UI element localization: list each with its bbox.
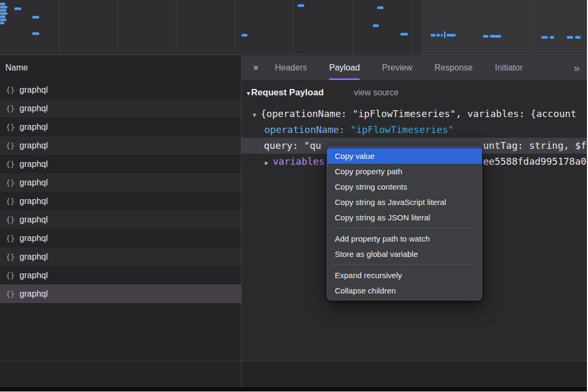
menu-item-copy-string-as-json-literal[interactable]: Copy string as JSON literal (327, 210, 482, 225)
network-request-row[interactable]: {}graphql (0, 247, 241, 266)
request-timing-bar (431, 34, 435, 37)
network-request-row[interactable]: {}graphql (0, 284, 241, 303)
detail-tab-list: HeadersPayloadPreviewResponseInitiator (264, 56, 534, 80)
menu-separator (333, 264, 476, 265)
property-key: variables (273, 156, 325, 167)
network-request-row[interactable]: {}graphql (0, 81, 241, 99)
network-request-row[interactable]: {}graphql (0, 210, 241, 229)
menu-item-add-property-path-to-watch[interactable]: Add property path to watch (327, 231, 482, 246)
more-tabs-icon[interactable]: » (574, 62, 578, 74)
tab-headers[interactable]: Headers (264, 56, 318, 80)
request-timing-bar (377, 6, 384, 9)
request-timing-bar (0, 9, 6, 12)
request-timing-bar (436, 34, 440, 37)
timeline-gridline (118, 0, 118, 55)
timeline-gridline (352, 0, 353, 55)
request-timing-bar (298, 4, 304, 7)
tree-row-root[interactable]: ▼{operationName: "ipFlowTimeseries", var… (242, 106, 587, 122)
request-name: graphql (20, 159, 48, 169)
request-timing-bar (444, 31, 446, 38)
request-timing-bar (575, 36, 581, 39)
property-value: "ipFlowTimeseries" (351, 124, 454, 135)
json-braces-icon: {} (6, 271, 15, 280)
menu-item-expand-recursively[interactable]: Expand recursively (327, 268, 482, 283)
view-source-link[interactable]: view source (354, 88, 398, 97)
devtools-network-panel: Name × HeadersPayloadPreviewResponseInit… (0, 0, 587, 391)
section-title: Request Payload (251, 87, 324, 98)
request-timing-bar (0, 3, 5, 5)
menu-item-store-as-global-variable[interactable]: Store as global variable (327, 246, 482, 262)
request-timing-bar (14, 7, 21, 10)
request-timing-bar (32, 16, 39, 19)
network-request-row[interactable]: {}graphql (0, 155, 241, 173)
property-key: query: "qu (264, 140, 321, 151)
request-timing-bar (373, 24, 379, 27)
network-request-row[interactable]: {}graphql (0, 118, 241, 136)
timeline-gridline (528, 0, 529, 55)
request-timing-bar (32, 32, 39, 35)
menu-item-copy-string-contents[interactable]: Copy string contents (327, 179, 482, 194)
json-braces-icon: {} (6, 123, 15, 131)
tab-payload[interactable]: Payload (318, 56, 371, 80)
json-braces-icon: {} (6, 86, 15, 94)
column-header-name[interactable]: Name (0, 56, 241, 80)
network-request-row[interactable]: {}graphql (0, 173, 241, 192)
request-timing-bar (400, 33, 408, 35)
json-braces-icon: {} (6, 234, 15, 243)
context-menu: Copy valueCopy property pathCopy string … (327, 146, 482, 300)
json-braces-icon: {} (6, 197, 15, 206)
request-timing-bar (447, 34, 456, 37)
menu-separator (333, 228, 476, 228)
menu-item-copy-value[interactable]: Copy value (327, 148, 482, 164)
tab-response[interactable]: Response (423, 56, 484, 80)
json-braces-icon: {} (6, 216, 15, 224)
object-preview: {operationName: "ipFlowTimeseries", vari… (261, 108, 576, 119)
json-braces-icon: {} (6, 290, 15, 298)
request-name: graphql (20, 197, 48, 206)
collapse-arrow-icon[interactable]: ▾ (247, 90, 250, 97)
request-name: graphql (20, 141, 48, 150)
menu-item-copy-property-path[interactable]: Copy property path (327, 164, 482, 179)
network-request-row[interactable]: {}graphql (0, 99, 241, 118)
request-name: graphql (20, 289, 48, 299)
request-timing-bar (541, 36, 548, 39)
timeline-overview[interactable] (0, 0, 587, 55)
tree-row-operation-name[interactable]: operationName: "ipFlowTimeseries" (242, 122, 587, 138)
request-timing-bar (0, 6, 7, 8)
request-name: graphql (20, 178, 48, 188)
expand-arrow-icon[interactable]: ▼ (253, 108, 261, 122)
header-band: Name × HeadersPayloadPreviewResponseInit… (0, 56, 587, 80)
request-timing-bar (0, 12, 7, 15)
request-timing-bar (550, 36, 554, 39)
close-icon[interactable]: × (248, 62, 264, 74)
network-request-row[interactable]: {}graphql (0, 192, 241, 210)
request-name: graphql (20, 234, 48, 243)
menu-item-copy-string-as-javascript-literal[interactable]: Copy string as JavaScript literal (327, 194, 482, 210)
menu-item-collapse-children[interactable]: Collapse children (327, 283, 482, 298)
json-braces-icon: {} (6, 141, 15, 150)
request-name: graphql (20, 271, 48, 280)
request-name: graphql (20, 215, 48, 225)
request-name: graphql (20, 252, 48, 262)
network-request-row[interactable]: {}graphql (0, 136, 241, 155)
json-braces-icon: {} (6, 104, 15, 113)
expand-arrow-icon[interactable]: ▶ (265, 155, 273, 170)
network-request-list: {}graphql{}graphql{}graphql{}graphql{}gr… (0, 81, 241, 303)
network-request-row[interactable]: {}graphql (0, 266, 241, 284)
timeline-gridline (176, 0, 176, 55)
request-timing-bar (483, 35, 488, 38)
detail-tab-bar: × HeadersPayloadPreviewResponseInitiator… (242, 56, 587, 80)
timeline-gridline (235, 0, 235, 55)
network-request-row[interactable]: {}graphql (0, 229, 241, 247)
request-timing-bar (441, 34, 443, 37)
property-value-overflow: ee5588fdad995178a0 (483, 154, 586, 170)
request-name: graphql (20, 122, 48, 132)
footer-divider (0, 361, 587, 361)
tab-initiator[interactable]: Initiator (484, 56, 533, 80)
request-timing-bar (242, 34, 247, 37)
request-name: graphql (20, 104, 48, 113)
tab-preview[interactable]: Preview (371, 56, 423, 80)
json-braces-icon: {} (6, 160, 15, 168)
timeline-gridline (411, 0, 412, 55)
property-value-overflow: untTag: string, $f (483, 138, 586, 154)
